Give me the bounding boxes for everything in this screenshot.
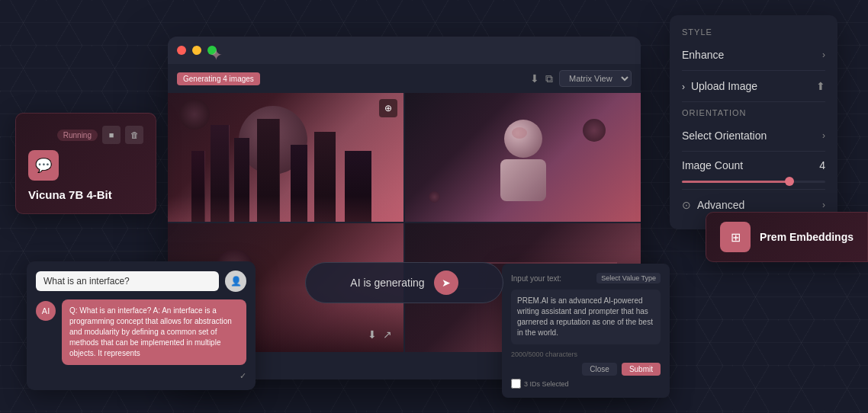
checkbox-row: 3 IDs Selected	[511, 379, 661, 389]
view-select[interactable]: Matrix View	[559, 70, 632, 87]
titlebar	[168, 37, 641, 64]
chat-window: 👤 AI Q: What is an interface? A: An inte…	[27, 261, 256, 390]
image-count-value: 4	[819, 159, 825, 171]
check-icon: ✓	[240, 371, 246, 381]
close-dot[interactable]	[177, 46, 186, 55]
upload-icon: ⬆	[816, 80, 825, 92]
select-orientation-label: Select Orientation	[682, 130, 767, 142]
helmet	[504, 120, 542, 158]
scene3-actions: ⬇ ↗	[368, 328, 392, 341]
chat-avatar: AI	[36, 301, 56, 321]
minimize-dot[interactable]	[192, 46, 201, 55]
running-badge: Running	[57, 130, 98, 141]
word-count: 2000/5000 characters	[511, 351, 661, 358]
image-count-label: Image Count	[682, 159, 743, 171]
running-badge-row: Running ■ 🗑	[28, 126, 143, 144]
chat-bottom-check: ✓	[36, 371, 246, 381]
slider-fill	[682, 181, 789, 183]
slider-track	[682, 181, 825, 183]
send-button[interactable]: ➤	[434, 271, 458, 295]
vicuna-icon: 💬	[28, 150, 59, 181]
astronaut-scene	[405, 93, 641, 222]
submit-button[interactable]: Submit	[622, 363, 661, 376]
model-badge: Select Value Type	[596, 273, 661, 283]
prem-icon: ⊞	[720, 222, 751, 252]
toolbar: Generating 4 images ⬇ ⧉ Matrix View	[168, 64, 641, 93]
enhance-label: Enhance	[682, 49, 724, 61]
advanced-label: Advanced	[697, 199, 744, 211]
image-cell-1: ⊕	[168, 93, 403, 222]
enhance-chevron: ›	[822, 50, 825, 60]
text-panel-header: Input your text: Select Value Type	[511, 273, 661, 283]
cityscape-scene	[168, 93, 403, 222]
astronaut-figure	[493, 120, 554, 196]
close-button[interactable]: Close	[582, 363, 617, 376]
stop-button[interactable]: ■	[102, 126, 121, 144]
vicuna-card: Running ■ 🗑 💬 Vicuna 7B 4-Bit	[15, 113, 156, 214]
divider-2	[682, 101, 825, 102]
orientation-chevron: ›	[822, 130, 825, 141]
settings-panel: Style Enhance › › Upload Image ⬆ Orienta…	[670, 15, 837, 229]
visor	[512, 127, 527, 139]
image-count-slider[interactable]	[682, 181, 825, 183]
chat-message-row: AI Q: What is an interface? A: An interf…	[36, 299, 246, 371]
text-panel-actions: Close Submit	[511, 363, 661, 376]
toolbar-actions: ⬇ ⧉ Matrix View	[530, 70, 632, 87]
copy-button[interactable]: ⧉	[545, 72, 553, 85]
vicuna-title: Vicuna 7B 4-Bit	[28, 188, 143, 201]
ids-checkbox[interactable]	[511, 379, 521, 389]
chat-user-icon: 👤	[225, 271, 246, 292]
delete-button[interactable]: 🗑	[125, 126, 143, 144]
zoom-icon-1[interactable]: ⊕	[379, 99, 397, 117]
checkbox-label: 3 IDs Selected	[524, 380, 569, 388]
prem-embeddings-card: ⊞ Prem Embeddings	[706, 212, 868, 262]
suit-body	[500, 159, 546, 201]
planet-small	[179, 99, 210, 130]
upload-label: › Upload Image	[682, 80, 757, 92]
chat-input-row: 👤	[36, 271, 246, 292]
chat-input[interactable]	[36, 271, 219, 291]
chat-bubble: Q: What is an interface? A: An interface…	[62, 299, 246, 365]
image-cell-2	[405, 93, 641, 222]
text-panel-content: PREM.AI is an advanced AI-powered writin…	[511, 290, 661, 344]
download-button[interactable]: ⬇	[530, 72, 539, 85]
sparkle-decoration: ✦	[210, 46, 223, 64]
chevron-right-icon: ›	[682, 82, 685, 92]
text-panel-label: Input your text:	[511, 274, 561, 283]
orientation-section-label: Orientation	[682, 108, 825, 117]
image-count-row: Image Count 4	[682, 155, 825, 176]
upload-row[interactable]: › Upload Image ⬆	[682, 74, 825, 98]
slider-thumb[interactable]	[785, 177, 794, 186]
download-icon[interactable]: ⬇	[368, 328, 377, 341]
prem-title: Prem Embeddings	[760, 231, 854, 243]
generating-badge: Generating 4 images	[177, 72, 260, 85]
bg-planet-1	[583, 119, 606, 142]
divider-3	[682, 151, 825, 152]
ground-glow	[168, 196, 403, 222]
divider-1	[682, 70, 825, 71]
bg-planet-2	[429, 191, 440, 203]
generating-bar: AI is generating ➤	[305, 262, 503, 303]
style-label: Style	[682, 27, 825, 37]
text-input-panel: Input your text: Select Value Type PREM.…	[502, 264, 670, 398]
advanced-chevron: ›	[822, 200, 825, 210]
share-icon[interactable]: ↗	[383, 328, 392, 341]
settings-icon: ⊙	[682, 199, 691, 211]
divider-4	[682, 189, 825, 190]
enhance-row[interactable]: Enhance ›	[682, 43, 825, 67]
select-orientation-row[interactable]: Select Orientation ›	[682, 123, 825, 148]
generating-text: AI is generating	[350, 277, 424, 289]
